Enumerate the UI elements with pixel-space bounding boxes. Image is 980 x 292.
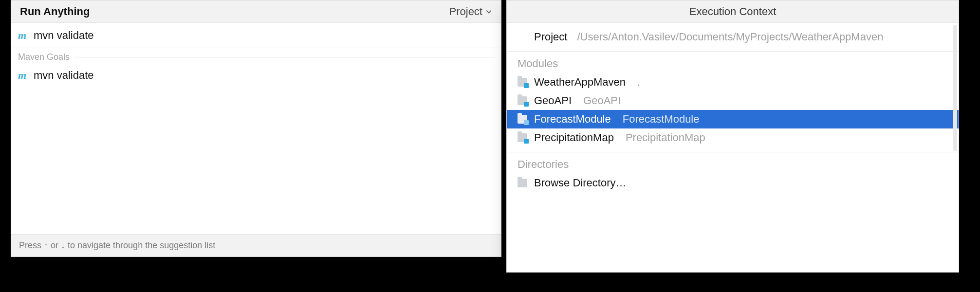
module-subpath: PrecipitationMap bbox=[626, 131, 705, 144]
scrollbar[interactable] bbox=[953, 25, 957, 151]
module-name: ForecastModule bbox=[534, 113, 611, 126]
browse-directory-label: Browse Directory… bbox=[534, 177, 626, 189]
maven-icon: m bbox=[18, 30, 29, 41]
module-name: GeoAPI bbox=[534, 94, 572, 107]
run-anything-footer: Press ↑ or ↓ to navigate through the sug… bbox=[11, 234, 501, 256]
maven-icon: m bbox=[18, 70, 29, 81]
divider bbox=[507, 152, 959, 152]
project-dropdown-label: Project bbox=[449, 5, 482, 18]
module-folder-icon bbox=[518, 96, 527, 105]
module-item[interactable]: WeatherAppMaven. bbox=[507, 73, 959, 91]
project-dropdown[interactable]: Project bbox=[449, 5, 492, 18]
folder-icon bbox=[518, 179, 527, 187]
suggestion-item[interactable]: m mvn validate bbox=[11, 65, 501, 86]
module-subpath: ForecastModule bbox=[623, 113, 700, 126]
context-project-row[interactable]: Project /Users/Anton.Vasilev/Documents/M… bbox=[507, 23, 959, 49]
module-subpath: . bbox=[637, 76, 640, 89]
module-name: WeatherAppMaven bbox=[534, 76, 626, 89]
context-project-path: /Users/Anton.Vasilev/Documents/MyProject… bbox=[577, 31, 883, 43]
module-item[interactable]: GeoAPIGeoAPI bbox=[507, 91, 959, 110]
chevron-down-icon bbox=[485, 8, 492, 15]
execution-context-title: Execution Context bbox=[507, 0, 959, 23]
divider bbox=[74, 57, 494, 57]
run-input-row: m bbox=[11, 23, 501, 48]
execution-context-panel: Execution Context Project /Users/Anton.V… bbox=[506, 0, 959, 273]
modules-section-label: Modules bbox=[507, 54, 959, 73]
divider bbox=[507, 51, 959, 52]
context-project-label: Project bbox=[534, 31, 567, 43]
run-anything-title: Run Anything bbox=[20, 5, 90, 18]
module-name: PrecipitationMap bbox=[534, 131, 614, 144]
module-item[interactable]: PrecipitationMapPrecipitationMap bbox=[507, 128, 959, 147]
suggestions-section-label: Maven Goals bbox=[18, 52, 70, 62]
run-command-input[interactable] bbox=[34, 29, 494, 42]
directories-section-label: Directories bbox=[507, 154, 959, 174]
module-folder-icon bbox=[518, 133, 527, 142]
module-item[interactable]: ForecastModuleForecastModule bbox=[507, 110, 959, 128]
modules-list: WeatherAppMaven.GeoAPIGeoAPIForecastModu… bbox=[507, 73, 959, 150]
run-anything-panel: Run Anything Project m Maven Goals m mvn… bbox=[11, 0, 501, 257]
module-folder-icon bbox=[518, 115, 527, 124]
run-anything-header: Run Anything Project bbox=[11, 0, 501, 23]
suggestion-text: mvn validate bbox=[34, 69, 94, 82]
browse-directory-item[interactable]: Browse Directory… bbox=[507, 174, 959, 192]
module-folder-icon bbox=[518, 78, 527, 87]
module-subpath: GeoAPI bbox=[583, 94, 621, 107]
suggestions-section-header: Maven Goals bbox=[11, 48, 501, 65]
footer-hint: Press ↑ or ↓ to navigate through the sug… bbox=[19, 240, 215, 251]
